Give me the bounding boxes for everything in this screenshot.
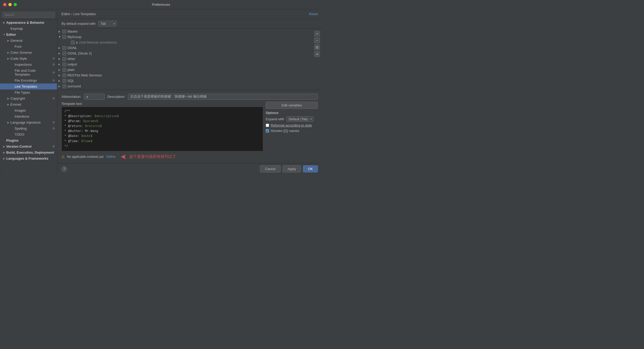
template-group-mygroup[interactable]: ▼ MyGroup [57, 34, 322, 40]
titlebar: Preferences [0, 0, 322, 9]
expand-with-detail-select[interactable]: Default (Tab) Tab Enter Space [286, 116, 314, 122]
sidebar-item-images[interactable]: Images [0, 107, 57, 113]
sidebar-item-label: Emmet [10, 103, 55, 106]
sidebar-item-label: Code Style [10, 57, 51, 61]
help-button[interactable]: ? [61, 166, 67, 172]
item-desc: (Add Methods annotations) [79, 41, 117, 44]
remove-template-button[interactable]: − [314, 38, 320, 43]
apply-button[interactable]: Apply [283, 165, 301, 172]
group-checkbox[interactable] [63, 57, 66, 61]
group-checkbox[interactable] [63, 85, 66, 88]
cancel-button[interactable]: Cancel [260, 165, 280, 172]
template-group-ognl[interactable]: ▶ OGNL [57, 45, 322, 51]
template-item-mygroup-a[interactable]: a (Add Methods annotations) [57, 40, 322, 45]
group-name: Maven [67, 29, 78, 33]
group-checkbox[interactable] [63, 63, 66, 66]
sidebar-item-copyright[interactable]: ▶ Copyright ⚙ [0, 95, 57, 101]
search-input[interactable] [2, 12, 55, 18]
abbreviation-input[interactable] [84, 94, 105, 100]
group-checkbox[interactable] [63, 79, 66, 83]
reset-button[interactable]: Reset [309, 12, 318, 16]
template-text-label: Template text: [61, 102, 263, 106]
description-input[interactable] [128, 94, 318, 100]
group-name: surround [67, 84, 81, 88]
sidebar-item-editor[interactable]: ▼ Editor [0, 32, 57, 38]
breadcrumb-sep: › [71, 12, 73, 16]
right-options: Edit variables Options Expand with Defau… [266, 102, 318, 133]
shorten-checkbox[interactable] [266, 129, 269, 133]
group-checkbox[interactable] [63, 68, 66, 72]
group-arrow-icon: ▶ [58, 30, 63, 33]
sidebar-item-label: Build, Execution, Deployment [6, 151, 55, 154]
template-group-ognl-struts[interactable]: ▶ OGNL (Struts 2) [57, 51, 322, 56]
expand-arrow-icon: ▼ [2, 33, 6, 36]
maximize-button[interactable] [14, 3, 17, 6]
sidebar-item-version-control[interactable]: ▶ Version Control ⚙ [0, 143, 57, 149]
sidebar-item-file-code-templates[interactable]: File and Code Templates ⚙ [0, 68, 57, 77]
code-line: * @Description: $description$ [64, 114, 260, 119]
group-checkbox[interactable] [63, 52, 66, 55]
settings-template-button[interactable]: ≡ [314, 51, 320, 57]
group-checkbox[interactable] [63, 35, 66, 39]
sidebar-item-live-templates[interactable]: Live Templates [0, 83, 57, 89]
sidebar-item-file-types[interactable]: File Types [0, 89, 57, 95]
sidebar-item-intentions[interactable]: Intentions [0, 113, 57, 119]
template-list: + − ⧉ ≡ ▶ Maven ▼ MyGroup [57, 29, 322, 90]
expand-with-label: By default expand with [61, 22, 96, 26]
code-line: */ [64, 144, 260, 149]
sidebar-item-file-encodings[interactable]: File Encodings ⚙ [0, 77, 57, 83]
group-name: SQL [67, 79, 74, 83]
expand-with-select-wrapper: Default (Tab) Tab Enter Space [286, 116, 314, 122]
expand-arrow-icon: ▶ [6, 103, 10, 106]
sidebar-item-spelling[interactable]: Spelling ⚙ [0, 125, 57, 131]
item-checkbox[interactable] [71, 41, 75, 44]
add-template-button[interactable]: + [314, 31, 320, 37]
reformat-row: Reformat according to style [266, 123, 318, 127]
template-group-maven[interactable]: ▶ Maven [57, 29, 322, 34]
define-link[interactable]: Define [106, 155, 115, 159]
edit-variables-button[interactable]: Edit variables [266, 102, 318, 109]
sidebar-item-keymap[interactable]: Keymap [0, 26, 57, 32]
sidebar-item-label: File Types [15, 91, 55, 94]
sidebar-item-font[interactable]: Font [0, 44, 57, 50]
template-group-surround[interactable]: ▶ surround [57, 83, 322, 89]
template-group-plain[interactable]: ▶ plain [57, 67, 322, 73]
sidebar-item-code-style[interactable]: ▶ Code Style ⚙ [0, 56, 57, 62]
ok-button[interactable]: OK [303, 165, 318, 172]
template-group-restful[interactable]: ▶ RESTful Web Services [57, 73, 322, 78]
template-group-output[interactable]: ▶ output [57, 62, 322, 67]
template-group-other[interactable]: ▶ other [57, 56, 322, 62]
sidebar-item-inspections[interactable]: Inspections ⚙ [0, 62, 57, 68]
sidebar-item-languages-frameworks[interactable]: ▶ Languages & Frameworks [0, 155, 57, 161]
expand-arrow-icon: ▶ [2, 151, 6, 154]
badge-icon: ⚙ [52, 121, 55, 124]
badge-icon: ⚙ [52, 97, 55, 100]
template-group-test[interactable]: ▼ Test [57, 89, 322, 90]
expand-with-select[interactable]: Tab Enter Space [98, 21, 117, 26]
copy-template-button[interactable]: ⧉ [314, 44, 320, 50]
group-checkbox[interactable] [63, 30, 66, 33]
template-group-sql[interactable]: ▶ SQL [57, 78, 322, 83]
sidebar-item-appearance[interactable]: ▶ Appearance & Behavior [0, 20, 57, 26]
right-actions: + − ⧉ ≡ [314, 31, 320, 57]
sidebar-item-emmet[interactable]: ▶ Emmet [0, 101, 57, 107]
sidebar-item-language-injections[interactable]: ▶ Language Injections ⚙ [0, 119, 57, 125]
group-checkbox[interactable] [63, 74, 66, 77]
close-button[interactable] [3, 3, 7, 6]
expand-arrow-icon: ▶ [6, 39, 10, 42]
sidebar-item-build-execution[interactable]: ▶ Build, Execution, Deployment [0, 149, 57, 155]
minimize-button[interactable] [8, 3, 12, 6]
sidebar-item-general[interactable]: ▶ General [0, 38, 57, 44]
code-editor[interactable]: /** * @Description: $description$ * @Par… [61, 107, 263, 152]
reformat-label: Reformat according to style [271, 123, 312, 127]
sidebar-item-todo[interactable]: TODO [0, 131, 57, 137]
sidebar-item-color-scheme[interactable]: ▶ Color Scheme [0, 50, 57, 56]
sidebar-item-plugins[interactable]: Plugins [0, 137, 57, 143]
code-line: * @Time: $Time$ [64, 139, 260, 144]
expand-arrow-icon: ▶ [6, 57, 10, 60]
sidebar-item-label: Inspections [15, 63, 51, 67]
group-checkbox[interactable] [63, 46, 66, 50]
reformat-checkbox[interactable] [266, 124, 269, 127]
sidebar-item-label: File and Code Templates [15, 69, 51, 76]
code-line: /** [64, 109, 260, 114]
